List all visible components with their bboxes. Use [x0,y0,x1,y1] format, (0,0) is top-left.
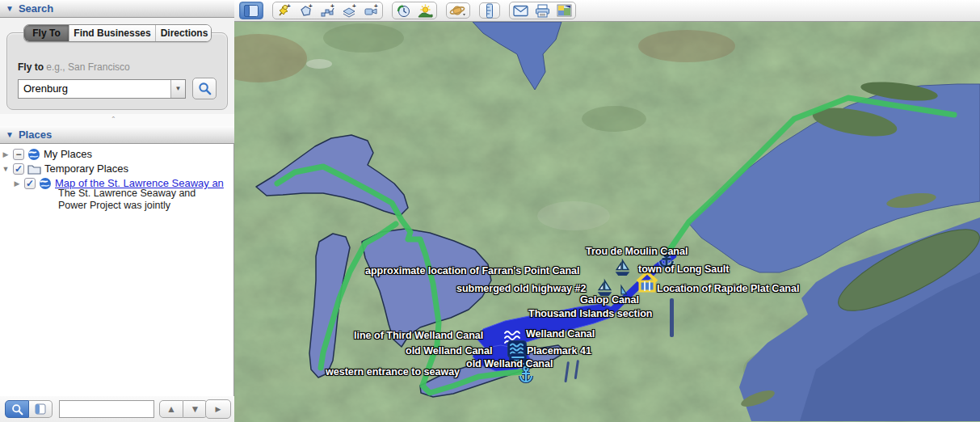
print-button[interactable] [532,2,553,19]
collapse-triangle-icon: ▼ [6,4,14,13]
panel-resize-grip: ⌃ [111,117,118,122]
record-tour-button[interactable]: + [360,2,382,19]
places-panel-toggle-button[interactable] [29,400,53,418]
ruler-button[interactable] [479,2,500,19]
polygon-icon: + [298,3,313,19]
collapse-triangle-icon: ▼ [6,130,14,139]
places-filter-input[interactable] [59,400,154,418]
tab-fly-to[interactable]: Fly To [24,25,69,41]
expand-arrow-icon[interactable]: ▶ [13,179,21,188]
map-label-old-welland-canal[interactable]: old Welland Canal [406,345,492,357]
magnifier-icon [198,82,212,95]
satellite-map [234,22,980,422]
show-sidebar-button[interactable] [239,2,263,19]
map-label-line-of-third-welland-canal[interactable]: line of Third Welland Canal [354,330,483,341]
earth-icon [39,177,52,190]
fly-to-label-row: Fly to e.g., San Francisco [18,61,130,73]
combo-dropdown-button[interactable]: ▼ [170,80,185,98]
svg-text:+: + [287,3,291,10]
sun-icon [418,3,433,19]
saturn-icon [449,3,467,18]
fly-to-label: Fly to [18,61,44,73]
svg-text:+: + [330,3,334,10]
previous-result-button[interactable]: ▲ [159,400,183,418]
checked-checkbox[interactable]: ✓ [13,163,24,175]
add-path-button[interactable]: + [317,2,339,19]
map-label-western-entrance-to-seaway[interactable]: western entrance to seaway [326,366,460,378]
fly-to-combobox: ▼ [18,79,186,99]
path-icon: + [320,3,335,19]
search-panel-title: Search [19,2,53,15]
add-placemark-button[interactable]: + [273,2,295,19]
map-label-farrans-point-canal[interactable]: approximate location of Farran's Point C… [365,265,580,276]
printer-icon [535,4,550,18]
folder-icon [27,163,41,175]
historical-imagery-button[interactable] [393,2,414,19]
tree-item-label: My Places [44,148,92,160]
search-go-button[interactable] [192,78,217,99]
expand-arrow-icon[interactable]: ▶ [2,150,10,158]
fly-to-input[interactable] [19,82,170,95]
camcorder-icon: + [364,3,379,19]
map-label-old-welland-canal-2[interactable]: old Welland Canal [466,358,553,369]
search-section: Fly To Find Businesses Directions Fly to… [0,18,234,114]
next-result-button[interactable]: ▼ [183,400,208,418]
tree-item-my-places[interactable]: ▶ − My Places [2,147,92,161]
add-polygon-button[interactable]: + [295,2,317,19]
fly-to-hint: e.g., San Francisco [46,61,129,73]
ruler-icon [486,3,494,19]
svg-text:+: + [309,3,313,10]
map-label-placemark-41[interactable]: Placemark 41 [527,345,591,357]
svg-text:+: + [374,3,378,10]
panel-icon [35,403,46,415]
map-label-thousand-islands-section[interactable]: Thousand Islands section [528,308,653,319]
tree-item-label: Temporary Places [44,162,128,175]
places-panel-title: Places [19,129,52,141]
sidebar-toggle-icon [244,5,259,17]
sunlight-button[interactable] [414,2,436,19]
map-label-rapide-plat-canal[interactable]: Location of Rapide Plat Canal [657,283,799,294]
map-snapshot-icon [557,4,572,17]
map-label-town-of-long-sault[interactable]: town of Long Sault [638,264,729,275]
tab-find-businesses[interactable]: Find Businesses [69,25,155,41]
image-overlay-icon: + [342,3,357,19]
checked-checkbox[interactable]: ✓ [24,178,36,189]
sailboat-icon[interactable] [612,258,633,281]
add-image-overlay-button[interactable]: + [339,2,360,19]
search-panel-header[interactable]: ▼ Search [0,0,234,18]
email-button[interactable] [510,2,532,19]
pushpin-icon: + [276,3,292,19]
places-search-button[interactable] [5,400,29,418]
lake-champlain [670,298,674,337]
create-tools-group: + + + [272,2,383,19]
map-label-trou-de-moulin-canal[interactable]: Trou de Moulin Canal [586,246,688,257]
places-panel-header[interactable]: ▼ Places [0,126,234,144]
sidebar: ▼ Search Fly To Find Businesses Directio… [0,0,234,422]
map-label-welland-canal[interactable]: Welland Canal [526,328,595,340]
map-toolbar: + + + [234,0,980,22]
planet-switcher-button[interactable] [446,2,470,19]
map-label-submerged-old-highway[interactable]: submerged old highway #2 [456,283,586,294]
earth-icon [27,148,40,161]
tree-item-temporary-places[interactable]: ▼ ✓ Temporary Places [2,162,128,175]
map-label-galop-canal[interactable]: Galop Canal [580,294,639,306]
collapse-arrow-icon[interactable]: ▼ [2,165,10,173]
tristate-checkbox[interactable]: − [13,149,24,160]
tab-directions[interactable]: Directions [155,25,212,41]
save-image-button[interactable] [553,2,575,19]
expand-panel-button[interactable]: ▶ [205,399,231,419]
search-tabbar: Fly To Find Businesses Directions [23,24,212,42]
envelope-icon [513,5,528,17]
seaway-description: The St. Lawrence Seaway and Power Projec… [58,188,196,212]
share-tools-group [509,2,576,19]
panel-splitter[interactable]: ⌃ [0,114,234,126]
places-bottom-bar: ▲ ▼ ▶ [0,396,234,422]
google-earth-window: ▼ Search Fly To Find Businesses Directio… [0,0,980,422]
svg-text:+: + [352,3,356,10]
history-clock-icon [396,3,411,19]
magnifier-icon [11,403,23,416]
view-tools-group [392,2,437,19]
earth-viewport[interactable]: Trou de Moulin Canal approximate locatio… [234,22,980,422]
